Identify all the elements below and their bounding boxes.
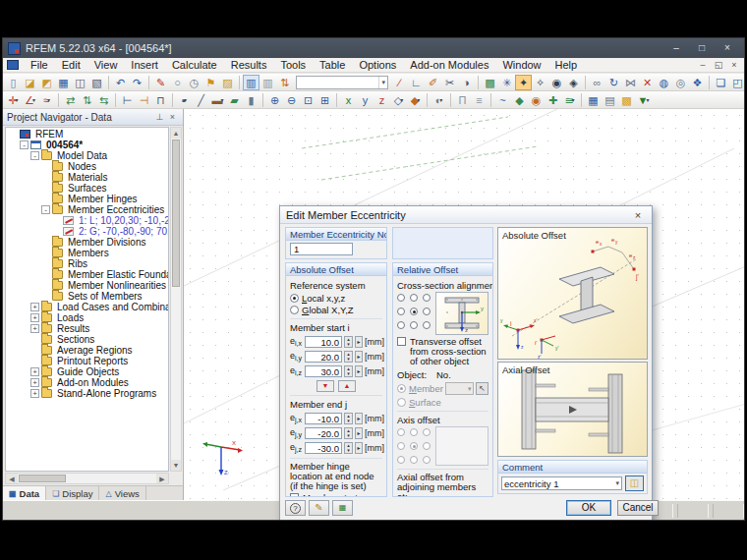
history-clock-icon[interactable]: ◷ [186, 75, 202, 90]
spinner[interactable]: ▴▾ [344, 365, 353, 377]
snap-settings-icon[interactable]: ✛▾ [5, 92, 22, 108]
tree-expander-plus-icon[interactable]: + [30, 303, 39, 311]
alignment-radio-6[interactable] [397, 321, 405, 329]
new-folder-icon[interactable]: ▨ [219, 75, 236, 90]
mdi-close-icon[interactable]: × [726, 58, 742, 72]
chevron-down-icon[interactable]: ▾ [378, 77, 387, 88]
detail-arrow-button[interactable]: ▸ [355, 413, 363, 424]
scroll-left-icon[interactable]: ◀ [6, 474, 18, 483]
new-member-icon[interactable]: ▬▾ [209, 92, 226, 108]
alignment-radio-5[interactable] [423, 308, 431, 315]
chevron-down-icon[interactable]: ▾ [615, 479, 619, 487]
tree-item-1-l-10-20-30-10-20-30[interactable]: 1: L; 10,20,30; -10,-20,-30 [6, 215, 168, 226]
edit-description-button[interactable]: ✎ [309, 500, 329, 516]
isometric-view-icon[interactable]: ◇▾ [390, 92, 407, 108]
tree-expander-plus-icon[interactable]: + [30, 324, 39, 333]
zoom-window-icon[interactable]: ⊡ [300, 92, 316, 108]
navigator-close-icon[interactable]: × [166, 112, 179, 122]
detail-arrow-button[interactable]: ▸ [355, 442, 363, 454]
units-button[interactable]: ▦ [332, 500, 353, 516]
e-j-z-input[interactable]: -30.0 [305, 442, 342, 454]
mesh-icon[interactable]: ▩ [482, 75, 498, 90]
scrollbar-track[interactable] [18, 474, 156, 483]
tree-expander-plus-icon[interactable]: + [30, 313, 39, 322]
tree-expander-plus-icon[interactable]: + [30, 378, 39, 387]
comment-display-icon[interactable]: ❏ [713, 75, 729, 90]
tree-item-ribs[interactable]: Ribs [6, 258, 168, 269]
menu-item-options[interactable]: Options [352, 58, 403, 73]
scroll-down-icon[interactable]: ▼ [171, 460, 181, 471]
view-z-icon[interactable]: z [374, 92, 390, 108]
menu-item-table[interactable]: Table [313, 58, 352, 73]
detail-arrow-button[interactable]: ▸ [355, 365, 363, 377]
menu-item-tools[interactable]: Tools [273, 58, 313, 73]
toolbar-combobox[interactable]: ▾ [296, 76, 388, 89]
tree-item-average-regions[interactable]: Average Regions [6, 345, 168, 356]
tree-item-model-data[interactable]: -Model Data [6, 150, 168, 161]
new-line-icon[interactable]: ╱ [193, 92, 209, 108]
tree-item-004564[interactable]: -004564* [6, 140, 168, 150]
results-stresses-icon[interactable]: ◉ [528, 92, 545, 108]
radio-circle[interactable] [290, 306, 299, 314]
tree-expander-plus-icon[interactable]: + [30, 389, 39, 398]
tab-views[interactable]: △Views [99, 486, 145, 500]
tree-expander-minus-icon[interactable]: - [41, 205, 50, 214]
menu-item-window[interactable]: Window [495, 58, 547, 73]
tab-data[interactable]: ▦Data [3, 486, 46, 500]
menu-item-view[interactable]: View [87, 58, 125, 73]
tree-item-member-divisions[interactable]: Member Divisions [6, 237, 168, 248]
tree-item-member-elastic-foundations[interactable]: Member Elastic Foundations [6, 269, 168, 280]
maximize-icon[interactable]: □ [690, 41, 714, 56]
transverse-offset-checkbox[interactable]: Transverse offset from cross-section of … [397, 337, 488, 366]
comment-combobox[interactable]: eccentricity 1 ▾ [501, 476, 622, 490]
e-i-y-input[interactable]: 20.0 [305, 351, 342, 363]
bookmark-flag-icon[interactable]: ⚑ [202, 75, 219, 90]
e-i-z-input[interactable]: 30.0 [305, 365, 342, 377]
tree-item-2-g-70-80-90-70-80-90[interactable]: 2: G; -70,-80,-90; 70,80,90 [6, 226, 168, 237]
tree-item-member-hinges[interactable]: Member Hinges [6, 194, 168, 204]
tree-item-guide-objects[interactable]: +Guide Objects [6, 366, 168, 377]
detail-arrow-button[interactable]: ▸ [355, 427, 363, 439]
info-icon[interactable]: ◍ [656, 75, 672, 90]
tree-item-surfaces[interactable]: Surfaces [6, 183, 168, 194]
copy-down-button[interactable]: ▼ [316, 380, 334, 392]
tree-item-members[interactable]: Members [6, 248, 168, 258]
visibility-icon[interactable]: ◑ [458, 75, 475, 90]
alignment-radio-4[interactable] [410, 308, 418, 315]
reference-radio-global-x-y-z[interactable]: Global X,Y,Z [290, 304, 382, 315]
table-hide-icon[interactable]: ▥ [259, 75, 276, 90]
menu-item-add-on-modules[interactable]: Add-on Modules [403, 58, 495, 73]
show-mesh-icon[interactable]: ≡ [471, 92, 488, 108]
alignment-radio-1[interactable] [410, 294, 418, 302]
tree-item-add-on-modules[interactable]: +Add-on Modules [6, 377, 168, 388]
open-recent-icon[interactable]: ◩ [38, 75, 55, 90]
alignment-radio-8[interactable] [423, 321, 431, 329]
connect-icon[interactable]: ∞ [589, 75, 605, 90]
spinner-down-icon[interactable]: ▾ [347, 357, 350, 362]
print-icon[interactable]: ◫ [72, 75, 88, 90]
nodal-release-icon[interactable]: ◉ [548, 75, 565, 90]
control-panel-icon[interactable]: ▤ [602, 92, 618, 108]
menu-item-insert[interactable]: Insert [124, 58, 165, 73]
minimize-icon[interactable]: – [664, 41, 688, 56]
show-tables-icon[interactable]: ▦ [585, 92, 602, 108]
line-release-icon[interactable]: ◈ [565, 75, 582, 90]
scrollbar-thumb[interactable] [172, 140, 180, 287]
scrollbar-thumb[interactable] [19, 475, 66, 482]
scroll-right-icon[interactable]: ▶ [156, 474, 168, 483]
new-file-icon[interactable]: ▯ [5, 75, 22, 90]
calculation-icon[interactable]: ✳ [498, 75, 515, 90]
member-eccentricity-tool-icon[interactable]: ✦ [515, 75, 532, 90]
color-scale-icon[interactable]: ▩ [618, 92, 635, 108]
mdi-minimize-icon[interactable]: – [695, 58, 711, 72]
auto-hide-pin-icon[interactable]: ⊥ [153, 112, 166, 122]
dialog-close-icon[interactable]: × [630, 209, 646, 221]
connect-lines-icon[interactable]: ⊢ [119, 92, 136, 108]
tree-item-rfem[interactable]: RFEM [6, 129, 168, 140]
tree-item-sets-of-members[interactable]: Sets of Members [6, 291, 168, 302]
rotate-copy-icon[interactable]: ⇅ [79, 92, 95, 108]
selection-mode-icon[interactable]: ◆▾ [407, 92, 424, 108]
tree-item-stand-alone-programs[interactable]: +Stand-Alone Programs [6, 388, 168, 399]
menu-item-file[interactable]: File [24, 58, 55, 73]
new-surface-icon[interactable]: ▰ [226, 92, 243, 108]
